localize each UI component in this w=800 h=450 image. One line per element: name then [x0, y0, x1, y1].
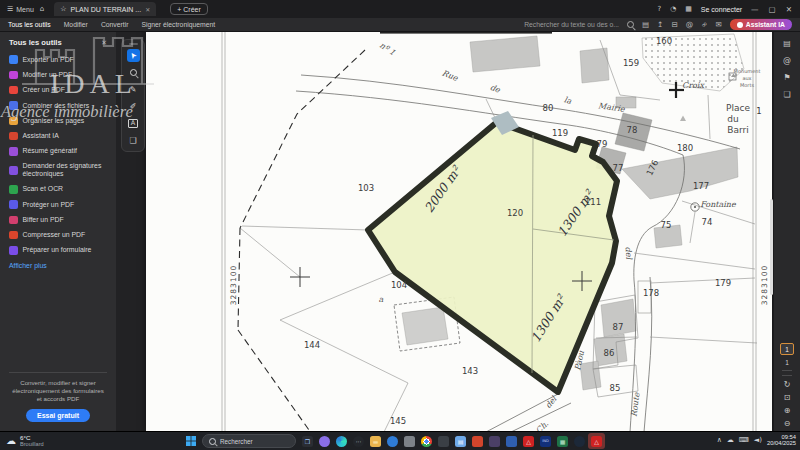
sidebar-close-icon[interactable]: ✕ — [101, 39, 107, 47]
taskbar-app-excel[interactable]: ▦ — [554, 433, 571, 449]
map-label: 120 — [507, 208, 523, 218]
start-button[interactable] — [182, 433, 199, 449]
fit-screen-icon[interactable]: ⊡ — [784, 393, 791, 402]
sidebar-item[interactable]: Organiser les pages — [0, 113, 116, 128]
tab-close-icon[interactable]: ✕ — [145, 6, 150, 13]
home-icon[interactable]: ⌂ — [40, 5, 44, 13]
weather-description: Brouillard — [20, 441, 44, 447]
mail-icon[interactable]: ✉ — [715, 20, 721, 29]
export-image-icon[interactable]: ▤ — [783, 39, 791, 48]
sidebar-item[interactable]: Résumé génératif — [0, 144, 116, 159]
maximize-button[interactable]: ▢ — [769, 5, 776, 14]
create-pdf-icon — [9, 86, 18, 95]
taskbar-app-acrobat[interactable]: △ — [520, 433, 537, 449]
taskbar-app-chrome[interactable] — [418, 433, 435, 449]
taskbar-app-acrobat-active[interactable]: △ — [588, 433, 605, 449]
rotate-icon[interactable]: ↻ — [784, 380, 791, 389]
taskbar-app-app-red[interactable] — [469, 433, 486, 449]
print-icon[interactable]: ⊟ — [671, 20, 677, 29]
close-button[interactable]: ✕ — [786, 5, 792, 14]
map-label: 179 — [715, 278, 731, 288]
save-icon[interactable]: ▤ — [642, 20, 649, 29]
taskbar-app-app-purple[interactable] — [486, 433, 503, 449]
comments-icon[interactable]: @ — [783, 56, 791, 65]
taskbar-app-notepad[interactable]: ▤ — [452, 433, 469, 449]
volume-icon[interactable]: ◄) — [754, 436, 762, 444]
textbox-tool-icon[interactable]: A — [127, 117, 140, 130]
zoom-in-icon[interactable]: ⊕ — [784, 406, 791, 415]
show-more-link[interactable]: Afficher plus — [0, 258, 116, 273]
sidebar-item[interactable]: Préparer un formulaire — [0, 243, 116, 258]
sidebar-item[interactable]: Compresser un PDF — [0, 227, 116, 242]
taskbar-app-app-dark[interactable] — [435, 433, 452, 449]
apps-grid-icon[interactable]: ▦ — [685, 5, 692, 13]
menu-button[interactable]: ☰ Menu — [7, 5, 34, 13]
sidebar-item[interactable]: Combiner des fichiers — [0, 98, 116, 113]
taskbar-app-copilot[interactable] — [316, 433, 333, 449]
bookmark-icon[interactable]: ⚑ — [783, 73, 790, 82]
search-icon[interactable] — [627, 21, 634, 28]
minimize-button[interactable]: — — [751, 5, 759, 14]
taskbar-app-explorer[interactable]: ▬ — [367, 433, 384, 449]
hamburger-icon: ☰ — [7, 5, 13, 13]
sidebar-item[interactable]: Protéger un PDF — [0, 197, 116, 212]
document-search-input[interactable]: Rechercher du texte ou des o... — [524, 21, 619, 28]
stamp-tool-icon[interactable]: ❑ — [127, 134, 140, 147]
tray-chevron-icon[interactable]: ∧ — [717, 436, 722, 444]
create-button[interactable]: + Créer — [170, 3, 208, 15]
document-tab[interactable]: ☆ PLAN DU TERRAIN ... ✕ — [54, 2, 156, 16]
taskbar-app-steam[interactable] — [571, 433, 588, 449]
sidebar-item[interactable]: Assistant IA — [0, 128, 116, 143]
share-icon[interactable]: ↥ — [657, 20, 663, 29]
free-trial-button[interactable]: Essai gratuit — [26, 409, 90, 422]
toolbar-tab-3[interactable]: Signer électroniquement — [141, 21, 215, 28]
zoom-out-icon[interactable]: ⊖ — [784, 419, 791, 428]
onedrive-icon[interactable]: ☁ — [727, 436, 734, 444]
drag-handle[interactable] — [129, 43, 138, 45]
sidebar-item[interactable]: Modifier un PDF — [0, 67, 116, 82]
assistant-ia-button[interactable]: Assistant IA — [730, 19, 792, 30]
sidebar-item[interactable]: Créer un PDF — [0, 83, 116, 98]
sidebar-item[interactable]: Scan et OCR — [0, 182, 116, 197]
current-page-box[interactable]: 1 — [780, 343, 794, 355]
sign-in-button[interactable]: Se connecter — [701, 6, 742, 13]
zoom-tool-icon[interactable] — [127, 66, 140, 79]
indesign-icon: IND — [540, 436, 551, 447]
link-icon[interactable]: ∞ — [699, 19, 710, 30]
right-panel-rail: ▤@⚑❏ 1 1 ↻⊡⊕⊖ — [773, 31, 800, 432]
taskbar-app-app-gray[interactable] — [401, 433, 418, 449]
highlighter-tool-icon[interactable]: ✐ — [127, 100, 140, 113]
taskbar-app-task-view[interactable]: ❒ — [299, 433, 316, 449]
taskbar-search[interactable]: Rechercher — [202, 434, 296, 448]
sidebar-item[interactable]: Biffer un PDF — [0, 212, 116, 227]
toolbar-tab-0[interactable]: Tous les outils — [8, 21, 51, 28]
clock[interactable]: 09:54 20/04/2025 — [767, 434, 796, 447]
sidebar-item[interactable]: Exporter un PDF — [0, 52, 116, 67]
pencil-tool-icon[interactable]: ✎ — [127, 83, 140, 96]
pages-icon[interactable]: ❏ — [783, 90, 790, 99]
divider — [782, 370, 792, 371]
help-icon[interactable]: ? — [657, 5, 661, 13]
toolbar-tab-1[interactable]: Modifier — [64, 21, 88, 28]
scan-ocr-icon — [9, 185, 18, 194]
taskbar-app-edge[interactable] — [333, 433, 350, 449]
toolbar-tab-2[interactable]: Convertir — [101, 21, 129, 28]
comment-icon[interactable]: @ — [686, 20, 694, 29]
taskbar-app-app-blue[interactable] — [503, 433, 520, 449]
select-tool-icon[interactable]: ➤ — [127, 49, 140, 62]
taskbar-app-indesign[interactable]: IND — [537, 433, 554, 449]
assistant-logo-icon — [737, 22, 743, 28]
keyboard-icon[interactable]: ⌨ — [739, 436, 749, 444]
page-nav-controls: 1 1 ↻⊡⊕⊖ — [774, 343, 800, 428]
app-purple-icon — [489, 436, 500, 447]
quick-tools-bar: ➤✎✐A❑ — [121, 39, 145, 152]
taskbar-app-outlook[interactable] — [384, 433, 401, 449]
taskbar-app-widgets[interactable]: ··· — [350, 433, 367, 449]
map-label: Fontaine — [700, 200, 737, 209]
sidebar-item[interactable]: Demander des signatures électroniques — [0, 159, 116, 182]
weather-widget[interactable]: ☁ 6°C Brouillard — [6, 434, 44, 447]
map-label: 144 — [304, 340, 320, 350]
organize-pages-icon — [9, 117, 18, 126]
system-tray-icons: ∧☁⌨◄) — [717, 436, 762, 444]
notifications-icon[interactable]: ◔ — [670, 5, 676, 13]
